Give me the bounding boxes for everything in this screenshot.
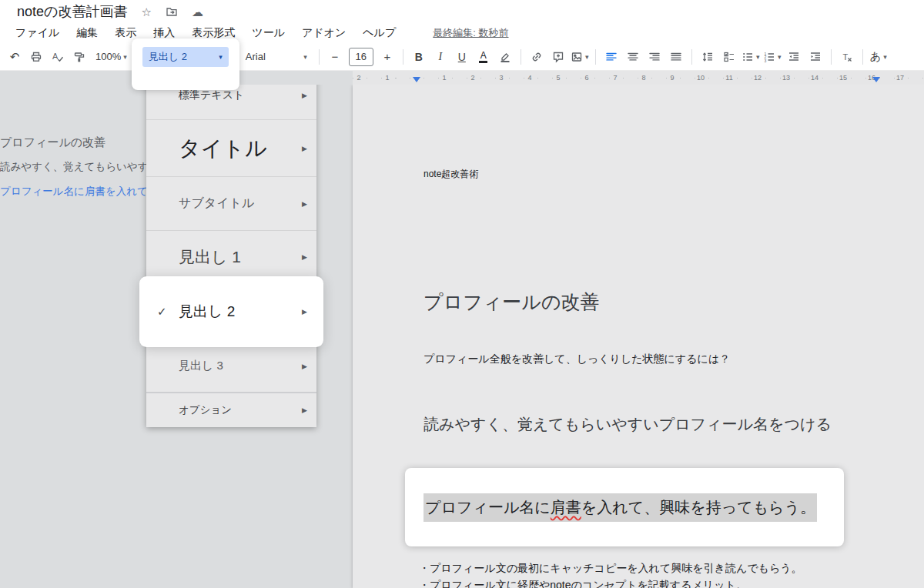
document-page[interactable]: note超改善術 プロフィールの改善 プロフィール全般を改善して、しっくりした状… <box>353 85 924 588</box>
svg-text:T: T <box>842 52 848 61</box>
submenu-arrow-icon: ▶ <box>302 92 307 99</box>
outline-item[interactable]: 読みやすく、覚えてもらいやす <box>0 160 146 174</box>
font-size-input[interactable]: 16 <box>349 48 373 66</box>
svg-text:3: 3 <box>765 58 767 62</box>
toolbar-separator <box>521 49 521 65</box>
styles-menu-item-label: 標準テキスト <box>179 89 244 102</box>
paragraph[interactable]: note超改善術 <box>424 168 478 181</box>
menu-help[interactable]: ヘルプ <box>363 26 396 40</box>
font-size-increase-button[interactable]: + <box>377 47 397 67</box>
paragraph-style-value: 見出し 2 <box>149 50 187 64</box>
text-color-icon: A <box>479 51 487 63</box>
toolbar-separator <box>691 49 692 65</box>
zoom-value: 100% <box>95 51 121 62</box>
submenu-arrow-icon: ▶ <box>302 362 307 370</box>
chevron-down-icon: ▾ <box>756 53 760 61</box>
right-indent-marker[interactable] <box>872 77 880 82</box>
toolbar-separator <box>595 49 596 65</box>
styles-menu-item-heading2[interactable]: ✓ 見出し 2 ▶ <box>146 283 316 340</box>
submenu-arrow-icon: ▶ <box>302 308 307 316</box>
outline-item-active[interactable]: プロフィール名に肩書を入れて <box>0 185 146 199</box>
heading-1[interactable]: プロフィールの改善 <box>424 289 600 315</box>
menu-file[interactable]: ファイル <box>15 26 59 40</box>
misspelled-word: 肩書 <box>551 499 581 516</box>
last-edited-link[interactable]: 最終編集: 数秒前 <box>433 26 508 40</box>
zoom-select[interactable]: 100% ▾ <box>91 47 132 67</box>
chevron-down-icon: ▾ <box>123 53 127 61</box>
paragraph[interactable]: ・プロフィール文に経歴やnoteのコンセプトを記載するメリット。 <box>419 579 747 588</box>
selected-text-part: を入れて、興味を持ってもらう。 <box>581 499 815 516</box>
ruler-number: 9 <box>670 74 674 82</box>
styles-menu-item-heading1[interactable]: 見出し 1 ▶ <box>146 231 316 283</box>
ruler-number: 6 <box>584 74 588 82</box>
ruler-number: 11 <box>725 74 732 82</box>
outdent-icon[interactable] <box>784 47 804 67</box>
paragraph-style-select[interactable]: 見出し 2 ▾ <box>142 47 229 67</box>
indent-icon[interactable] <box>805 47 825 67</box>
toolbar-separator <box>862 49 863 65</box>
ruler-number: 4 <box>527 74 531 82</box>
font-size-decrease-button[interactable]: − <box>325 47 345 67</box>
clear-formatting-icon[interactable]: T <box>837 47 857 67</box>
move-folder-icon[interactable] <box>166 5 178 18</box>
document-title[interactable]: noteの改善計画書 <box>17 2 127 21</box>
paragraph[interactable]: プロフィール全般を改善して、しっくりした状態にするには？ <box>424 352 730 366</box>
toolbar-separator <box>403 49 403 65</box>
add-comment-icon[interactable] <box>548 47 568 67</box>
styles-menu-item-options[interactable]: オプション ▶ <box>146 393 316 427</box>
ruler-number: 1 <box>385 74 389 82</box>
chevron-down-icon: ▾ <box>219 53 223 61</box>
cloud-status-icon[interactable]: ☁ <box>192 6 203 18</box>
styles-menu-item-title[interactable]: タイトル ▶ <box>146 120 316 177</box>
checklist-icon[interactable] <box>719 47 739 67</box>
menu-view[interactable]: 表示 <box>115 26 136 40</box>
highlight-color-icon[interactable] <box>495 47 515 67</box>
input-tool-label: あ <box>870 50 881 64</box>
menu-tools[interactable]: ツール <box>252 26 285 40</box>
selected-paragraph-spotlight: プロフィール名に肩書を入れて、興味を持ってもらう。 <box>405 468 844 546</box>
ruler-number: 7 <box>613 74 617 82</box>
align-justify-icon[interactable] <box>666 47 686 67</box>
align-right-icon[interactable] <box>644 47 665 67</box>
styles-menu-item-label: タイトル <box>179 134 267 163</box>
ruler-number: 13 <box>782 74 790 82</box>
toolbar: ↶ A 100% ▾ 見出し 2 ▾ Arial ▾ − 16 + B I U … <box>0 43 924 71</box>
align-center-icon[interactable] <box>623 47 643 67</box>
chevron-down-icon: ▾ <box>585 53 589 61</box>
spellcheck-icon[interactable]: A <box>48 47 68 67</box>
align-left-icon[interactable] <box>601 47 621 67</box>
line-spacing-icon[interactable] <box>698 47 718 67</box>
paragraph[interactable]: ・プロフィール文の最初にキャッチコピーを入れて興味を引き読んでもらう。 <box>419 562 802 576</box>
input-tools-button[interactable]: あ ▾ <box>869 47 889 67</box>
styles-menu-item-label: オプション <box>179 403 232 417</box>
star-icon[interactable]: ☆ <box>141 6 151 18</box>
paint-format-icon[interactable] <box>69 47 89 67</box>
chevron-down-icon: ▾ <box>303 53 307 61</box>
text-color-button[interactable]: A <box>474 47 494 67</box>
styles-menu-item-subtitle[interactable]: サブタイトル ▶ <box>146 177 316 231</box>
title-bar: noteの改善計画書 ☆ ☁ <box>0 0 924 23</box>
undo-icon[interactable]: ↶ <box>5 47 25 67</box>
bold-button[interactable]: B <box>409 47 429 67</box>
insert-image-button[interactable]: ▾ <box>570 47 590 67</box>
bullet-list-button[interactable]: ▾ <box>741 47 761 67</box>
selected-text[interactable]: プロフィール名に肩書を入れて、興味を持ってもらう。 <box>424 493 817 522</box>
chevron-down-icon: ▾ <box>883 53 887 61</box>
chevron-down-icon: ▾ <box>778 53 782 61</box>
menu-addons[interactable]: アドオン <box>302 26 346 40</box>
heading-2[interactable]: 読みやすく、覚えてもらいやすいプロフィール名をつける <box>424 414 832 435</box>
numbered-list-button[interactable]: 123 ▾ <box>762 47 782 67</box>
outline-item[interactable]: プロフィールの改善 <box>0 135 146 150</box>
underline-button[interactable]: U <box>452 47 472 67</box>
print-icon[interactable] <box>26 47 46 67</box>
menu-edit[interactable]: 編集 <box>76 26 98 40</box>
left-indent-marker[interactable] <box>413 77 420 82</box>
paragraph-styles-menu: 標準テキスト ▶ タイトル ▶ サブタイトル ▶ 見出し 1 ▶ ✓ 見出し 2… <box>146 71 316 427</box>
italic-button[interactable]: I <box>430 47 450 67</box>
submenu-arrow-icon: ▶ <box>302 406 307 414</box>
insert-link-icon[interactable] <box>527 47 547 67</box>
styles-menu-item-heading3[interactable]: 見出し 3 ▶ <box>146 340 316 393</box>
ruler-number: 5 <box>556 74 560 82</box>
ruler-number: 15 <box>839 74 847 82</box>
font-family-select[interactable]: Arial ▾ <box>239 47 313 67</box>
